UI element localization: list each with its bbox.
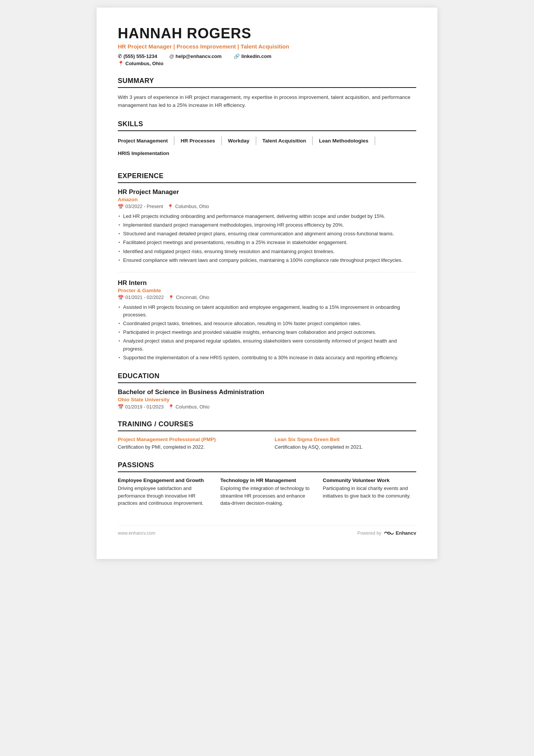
bullet-item: Analyzed project status and prepared reg… [118,337,416,352]
job-company-1: Procter & Gamble [118,288,416,293]
phone-contact: ✆ (555) 555-1234 [118,53,157,59]
summary-text: With 3 years of experience in HR project… [118,93,416,110]
job-dates-0: 📅 03/2022 - Present [118,204,163,210]
education-section: EDUCATION Bachelor of Science in Busines… [118,372,416,410]
email-contact: @ help@enhancv.com [169,53,222,59]
brand-logo-icon [384,530,394,536]
calendar-icon: 📅 [118,204,124,210]
passion-desc-0: Driving employee satisfaction and perfor… [118,485,211,507]
bullet-item: Assisted in HR projects focusing on tale… [118,304,416,319]
training-title: TRAINING / COURSES [118,420,416,431]
footer-powered: Powered by Enhancv [357,530,416,536]
skills-list: Project Management HR Processes Workday … [118,136,416,161]
passion-desc-1: Exploring the integration of technology … [220,485,314,507]
job-bullets-1: Assisted in HR projects focusing on tale… [118,304,416,362]
footer-url: www.enhancv.com [118,531,155,536]
location-icon: 📍 [168,404,174,410]
candidate-title: HR Project Manager | Process Improvement… [118,43,416,50]
summary-section: SUMMARY With 3 years of experience in HR… [118,77,416,110]
bullet-item: Identified and mitigated project risks, … [118,248,416,255]
training-item-1: Lean Six Sigma Green Belt Certification … [275,437,416,451]
skill-item: Talent Acquisition [262,136,313,145]
skill-item: HRIS Implementation [118,149,175,158]
email-icon: @ [169,53,174,59]
header: HANNAH ROGERS HR Project Manager | Proce… [118,26,416,66]
calendar-icon: 📅 [118,295,124,301]
skill-item: Workday [228,136,256,145]
candidate-name: HANNAH ROGERS [118,26,416,42]
summary-title: SUMMARY [118,77,416,88]
passion-item-1: Technology in HR Management Exploring th… [220,477,314,507]
job-company-0: Amazon [118,197,416,202]
passion-item-2: Community Volunteer Work Participating i… [323,477,416,507]
bullet-item: Implemented standard project management … [118,221,416,229]
bullet-item: Supported the implementation of a new HR… [118,354,416,362]
training-section: TRAINING / COURSES Project Management Pr… [118,420,416,451]
education-title: EDUCATION [118,372,416,383]
training-title-1: Lean Six Sigma Green Belt [275,437,416,442]
edu-dates-0: 📅 01/2019 - 01/2023 [118,404,164,410]
location-icon: 📍 [168,295,174,301]
skills-title: SKILLS [118,120,416,131]
passions-title: PASSIONS [118,461,416,472]
bullet-item: Structured and managed detailed project … [118,230,416,238]
skill-item: Lean Methodologies [319,136,375,145]
skills-section: SKILLS Project Management HR Processes W… [118,120,416,161]
training-desc-0: Certification by PMI, completed in 2022. [118,443,259,451]
job-dates-1: 📅 01/2021 - 02/2022 [118,295,164,301]
linkedin-contact: 🔗 linkedin.com [234,53,271,59]
edu-location-0: 📍 Columbus, Ohio [168,404,209,410]
skill-item: Project Management [118,136,175,145]
passion-item-0: Employee Engagement and Growth Driving e… [118,477,211,507]
training-grid: Project Management Professional (PMP) Ce… [118,437,416,451]
passion-desc-2: Participating in local charity events an… [323,485,416,499]
resume-page: HANNAH ROGERS HR Project Manager | Proce… [97,8,437,559]
job-meta-1: 📅 01/2021 - 02/2022 📍 Cincinnati, Ohio [118,295,416,301]
job-entry-1: HR Intern Procter & Gamble 📅 01/2021 - 0… [118,279,416,362]
passion-title-1: Technology in HR Management [220,477,314,483]
header-contacts: ✆ (555) 555-1234 @ help@enhancv.com 🔗 li… [118,53,416,59]
edu-degree-0: Bachelor of Science in Business Administ… [118,388,416,396]
job-title-1: HR Intern [118,279,416,287]
edu-entry-0: Bachelor of Science in Business Administ… [118,388,416,410]
edu-school-0: Ohio State University [118,397,416,402]
job-location-1: 📍 Cincinnati, Ohio [168,295,209,301]
experience-title: EXPERIENCE [118,172,416,183]
training-title-0: Project Management Professional (PMP) [118,437,259,442]
link-icon: 🔗 [234,53,240,59]
training-desc-1: Certification by ASQ, completed in 2021. [275,443,416,451]
job-entry-0: HR Project Manager Amazon 📅 03/2022 - Pr… [118,188,416,272]
location-icon: 📍 [118,61,124,66]
job-bullets-0: Led HR projects including onboarding and… [118,213,416,264]
bullet-item: Participated in project meetings and pro… [118,329,416,336]
job-meta-0: 📅 03/2022 - Present 📍 Columbus, Ohio [118,204,416,210]
training-item-0: Project Management Professional (PMP) Ce… [118,437,259,451]
bullet-item: Led HR projects including onboarding and… [118,213,416,220]
job-title-0: HR Project Manager [118,188,416,196]
passions-grid: Employee Engagement and Growth Driving e… [118,477,416,507]
resume-footer: www.enhancv.com Powered by Enhancv [118,525,416,536]
passion-title-0: Employee Engagement and Growth [118,477,211,483]
job-location-0: 📍 Columbus, Ohio [167,204,209,210]
calendar-icon: 📅 [118,404,124,410]
location-contact: 📍 Columbus, Ohio [118,61,416,66]
location-icon: 📍 [167,204,173,210]
edu-meta-0: 📅 01/2019 - 01/2023 📍 Columbus, Ohio [118,404,416,410]
footer-brand: Enhancv [384,530,416,536]
phone-icon: ✆ [118,53,122,59]
bullet-item: Ensured compliance with relevant laws an… [118,257,416,264]
skill-item: HR Processes [181,136,222,145]
experience-section: EXPERIENCE HR Project Manager Amazon 📅 0… [118,172,416,362]
passions-section: PASSIONS Employee Engagement and Growth … [118,461,416,507]
bullet-item: Coordinated project tasks, timelines, an… [118,320,416,327]
passion-title-2: Community Volunteer Work [323,477,416,483]
bullet-item: Facilitated project meetings and present… [118,239,416,246]
